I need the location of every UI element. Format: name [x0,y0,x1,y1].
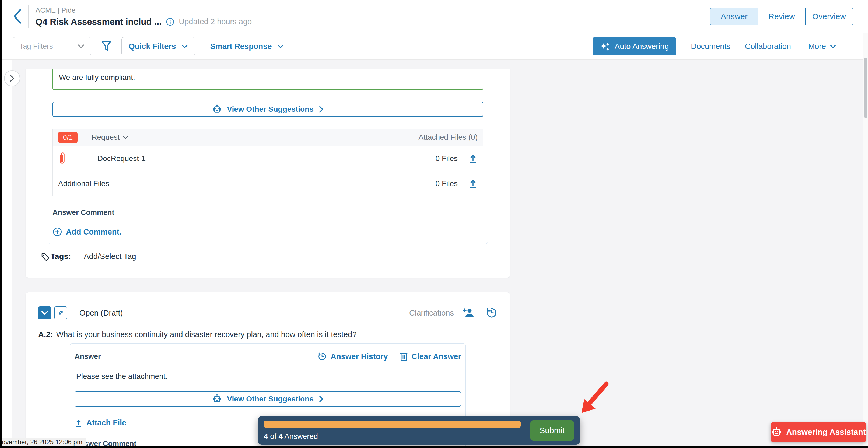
updated-timestamp: Updated 2 hours ago [179,17,252,26]
answer-history-label: Answer History [331,352,388,361]
tab-answer[interactable]: Answer [711,8,758,25]
quick-filters-label: Quick Filters [129,42,176,51]
top-header: ACME | Pide Q4 Risk Assessment includ ..… [2,0,868,33]
question-status: Open (Draft) [80,309,123,317]
submit-status-bar: 4 of 4 Answered Submit [258,416,580,445]
filters-toolbar: Tag Filters Quick Filters Smart Response [2,33,868,60]
table-row-additional-files: Additional Files 0 Files [53,171,483,196]
request-header-label: Request [92,133,120,141]
total-count: 4 [279,432,283,441]
question-2-header: Open (Draft) Clarifications [38,305,498,320]
robot-icon [212,104,222,115]
attach-file-label: Attach File [86,418,126,427]
collaboration-link[interactable]: Collaboration [745,42,791,51]
scrollbar-track[interactable] [863,33,868,446]
progress-bar-fill [264,420,521,428]
header-titles: ACME | Pide Q4 Risk Assessment includ ..… [35,6,252,27]
auto-answering-button[interactable]: Auto Answering [593,37,677,56]
upload-icon [468,179,477,188]
back-button[interactable] [11,7,24,26]
additional-files-label: Additional Files [58,179,109,188]
upload-icon [74,419,83,427]
documents-link[interactable]: Documents [691,42,731,51]
auto-answering-label: Auto Answering [615,42,669,51]
add-comment-button[interactable]: Add Comment. [53,227,483,237]
robot-icon [771,426,782,438]
additional-file-count: 0 Files [436,179,458,188]
history-clock-icon [317,352,327,361]
upload-button[interactable] [468,154,477,163]
answered-word: Answered [284,432,318,441]
request-table-header: 0/1 Request Attached Files (0) [53,129,483,146]
answering-assistant-label: Answering Assistant [786,427,866,437]
filter-funnel-button[interactable] [101,40,112,52]
answer-label: Answer [74,352,101,361]
attached-files-header: Attached Files (0) [418,133,477,141]
sparkles-icon [600,41,610,52]
page-title: Q4 Risk Assessment includ ... [35,17,161,27]
answered-count-text: 4 of 4 Answered [264,432,521,441]
breadcrumb: ACME | Pide [35,6,252,14]
question-number: A.2: [38,330,53,339]
answering-assistant-button[interactable]: Answering Assistant [771,422,866,442]
sidebar-expand-button[interactable] [4,70,20,87]
submit-button[interactable]: Submit [530,420,574,441]
tag-filters-select[interactable]: Tag Filters [13,37,91,56]
request-column-header[interactable]: Request [92,133,128,141]
progress-bar-track [264,420,521,428]
timestamp-tooltip: ovember, 26 2025 12:06 pm [0,438,86,446]
scrollbar-thumb[interactable] [864,58,867,118]
info-icon[interactable] [166,18,175,26]
request-name: DocRequest-1 [97,154,146,163]
answer-textarea-1[interactable]: We are fully compliant. [53,69,483,90]
add-comment-label: Add Comment. [66,227,121,236]
collapse-question-button[interactable] [38,307,51,319]
smart-response-label: Smart Response [210,42,272,51]
trash-icon [400,352,408,361]
chevron-down-icon [78,44,85,49]
tag-icon [41,252,50,261]
question-text-row: A.2:What is your business continuity and… [38,330,498,339]
chevron-down-icon [277,44,284,49]
add-select-tag-button[interactable]: Add/Select Tag [84,252,136,261]
answer-comment-label-1: Answer Comment [53,209,483,217]
view-other-suggestions-label: View Other Suggestions [227,395,314,403]
robot-icon [212,394,222,404]
chevron-down-icon [123,136,128,139]
clarifications-label: Clarifications [409,309,454,317]
view-tab-group: Answer Review Overview [710,8,853,25]
upload-button[interactable] [468,179,477,188]
chevron-down-icon [830,44,836,49]
expand-question-button[interactable] [54,307,67,319]
app-window: ACME | Pide Q4 Risk Assessment includ ..… [0,0,868,448]
back-chevron-icon [13,9,22,24]
view-other-suggestions-button-2[interactable]: View Other Suggestions [74,391,461,407]
chevron-right-icon [319,395,323,403]
request-file-count: 0 Files [436,154,458,163]
history-button[interactable] [485,307,498,319]
clear-answer-button[interactable]: Clear Answer [400,352,461,361]
tab-overview[interactable]: Overview [805,8,852,25]
funnel-icon [101,40,112,52]
smart-response-button[interactable]: Smart Response [210,42,284,51]
view-other-suggestions-label: View Other Suggestions [227,105,314,114]
tags-label: Tags: [51,252,71,261]
tab-review[interactable]: Review [758,8,805,25]
request-count-badge: 0/1 [58,132,78,143]
request-table: 0/1 Request Attached Files (0) DocReques… [53,129,483,196]
tags-row: Tags: Add/Select Tag [41,252,510,261]
quick-filters-button[interactable]: Quick Filters [121,37,195,56]
answer-text-2[interactable]: Please see the attachment. [74,372,461,381]
plus-circle-icon [53,227,62,237]
window-edge-left [0,0,2,448]
add-person-button[interactable] [462,307,475,319]
view-other-suggestions-button-1[interactable]: View Other Suggestions [53,102,483,117]
more-menu-button[interactable]: More [808,42,836,51]
of-word: of [270,432,276,441]
paperclip-icon [58,152,66,166]
header-divider [28,5,29,28]
answer-history-button[interactable]: Answer History [317,352,388,361]
status-divider [73,305,73,320]
window-edge-bottom [0,446,868,448]
chevron-right-icon [9,74,15,83]
